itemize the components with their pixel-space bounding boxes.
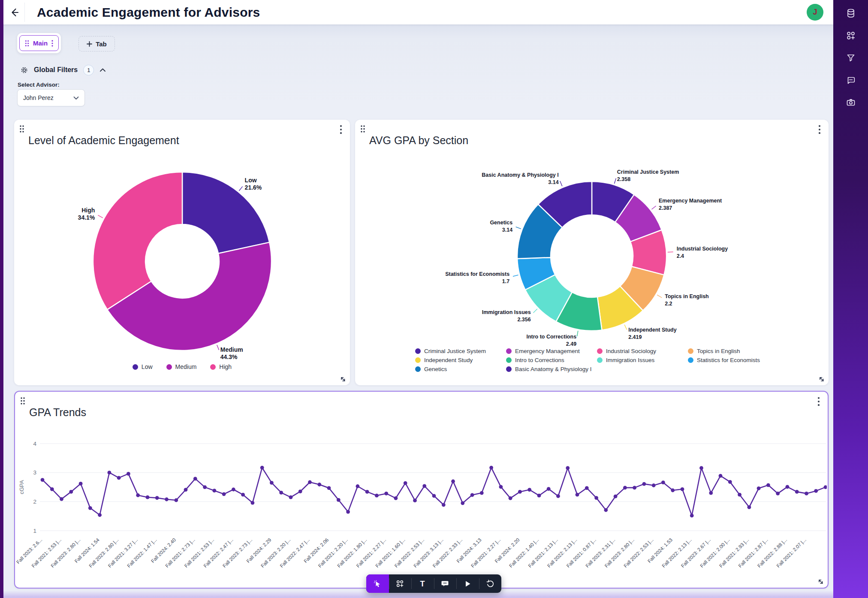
data-point[interactable] (308, 480, 312, 484)
data-point[interactable] (499, 485, 503, 489)
card-drag-handle-icon[interactable] (360, 125, 365, 133)
reset-tool[interactable] (479, 574, 502, 593)
data-point[interactable] (289, 495, 293, 499)
data-point[interactable] (576, 493, 579, 497)
global-filters-header[interactable]: Global Filters 1 (20, 64, 106, 76)
filter-count-badge[interactable]: 1 (83, 65, 94, 76)
data-point[interactable] (174, 498, 178, 502)
data-point[interactable] (432, 494, 436, 498)
data-point[interactable] (251, 501, 255, 505)
data-point[interactable] (604, 508, 608, 512)
data-point[interactable] (690, 514, 694, 518)
data-point[interactable] (719, 474, 723, 478)
comment-tool[interactable] (434, 574, 457, 593)
data-point[interactable] (518, 490, 522, 494)
legend-item-statistics-for-economists[interactable]: Statistics for Economists (688, 357, 779, 363)
data-point[interactable] (346, 510, 350, 514)
legend-item-medium[interactable]: Medium (166, 363, 197, 370)
data-point[interactable] (260, 466, 264, 470)
legend-item-basic-anatomy-physiology-i[interactable]: Basic Anatomy & Physiology I (506, 366, 597, 372)
data-point[interactable] (88, 506, 92, 510)
tab-menu-icon[interactable] (51, 40, 53, 47)
data-point[interactable] (384, 492, 388, 495)
data-point[interactable] (776, 492, 780, 495)
data-point[interactable] (594, 496, 598, 500)
data-point[interactable] (184, 488, 188, 492)
tab-main[interactable]: Main (19, 35, 59, 51)
data-point[interactable] (317, 483, 321, 486)
data-point[interactable] (232, 488, 235, 492)
text-tool[interactable]: T (411, 574, 434, 593)
data-point[interactable] (623, 486, 627, 490)
data-point[interactable] (79, 482, 83, 486)
data-point[interactable] (375, 494, 379, 498)
data-point[interactable] (146, 495, 150, 499)
card-menu-icon[interactable] (815, 397, 823, 406)
data-point[interactable] (814, 489, 818, 493)
resize-handle-icon[interactable] (818, 376, 825, 383)
data-point[interactable] (527, 488, 531, 492)
data-point[interactable] (489, 466, 493, 470)
data-point[interactable] (766, 483, 770, 487)
data-point[interactable] (41, 478, 45, 482)
add-tab-button[interactable]: Tab (78, 36, 115, 51)
data-point[interactable] (155, 496, 159, 500)
data-point[interactable] (404, 481, 407, 485)
data-point[interactable] (422, 484, 426, 488)
collapse-chevron-icon[interactable] (99, 68, 106, 72)
data-point[interactable] (212, 489, 216, 492)
legend-item-industrial-sociology[interactable]: Industrial Sociology (597, 348, 688, 354)
data-point[interactable] (279, 491, 283, 495)
legend-item-low[interactable]: Low (133, 363, 153, 370)
data-point[interactable] (480, 491, 484, 495)
resize-handle-icon[interactable] (340, 376, 347, 383)
add-widget-tool[interactable] (389, 574, 412, 593)
data-point[interactable] (461, 501, 464, 505)
data-point[interactable] (136, 493, 140, 497)
data-point[interactable] (652, 483, 656, 487)
camera-icon[interactable] (846, 97, 856, 108)
data-point[interactable] (98, 513, 102, 517)
data-point[interactable] (585, 486, 589, 490)
data-point[interactable] (356, 484, 360, 488)
back-button[interactable] (8, 6, 21, 19)
play-tool[interactable] (456, 574, 479, 593)
data-point[interactable] (50, 487, 54, 491)
data-point[interactable] (509, 496, 512, 500)
data-point[interactable] (69, 490, 73, 494)
data-point[interactable] (165, 498, 169, 501)
data-point[interactable] (442, 503, 446, 507)
data-point[interactable] (566, 466, 570, 470)
legend-item-immigration-issues[interactable]: Immigration Issues (597, 357, 688, 363)
data-point[interactable] (681, 487, 684, 491)
card-drag-handle-icon[interactable] (19, 125, 24, 133)
data-point[interactable] (728, 480, 732, 484)
data-point[interactable] (127, 472, 130, 476)
user-avatar[interactable]: J (807, 4, 823, 21)
data-point[interactable] (413, 498, 417, 502)
legend-item-independent-study[interactable]: Independent Study (415, 357, 506, 363)
data-point[interactable] (193, 477, 197, 481)
card-menu-icon[interactable] (816, 125, 823, 134)
data-point[interactable] (556, 494, 560, 498)
data-point[interactable] (747, 505, 751, 509)
data-point[interactable] (633, 486, 636, 490)
add-widget-icon[interactable] (846, 30, 856, 41)
global-filters-label[interactable]: Global Filters (34, 66, 78, 74)
data-point[interactable] (699, 466, 703, 470)
data-point[interactable] (671, 489, 675, 492)
legend-item-criminal-justice-system[interactable]: Criminal Justice System (415, 348, 506, 354)
data-point[interactable] (824, 485, 827, 489)
legend-item-high[interactable]: High (210, 363, 232, 370)
data-point[interactable] (786, 485, 790, 489)
legend-item-emergency-management[interactable]: Emergency Management (506, 348, 597, 354)
data-point[interactable] (203, 485, 207, 489)
data-point[interactable] (394, 496, 398, 500)
data-point[interactable] (241, 493, 245, 497)
data-point[interactable] (327, 486, 331, 490)
data-point[interactable] (537, 494, 541, 498)
data-point[interactable] (661, 480, 665, 484)
data-point[interactable] (451, 480, 455, 483)
data-point[interactable] (805, 492, 808, 495)
select-pointer-tool[interactable] (366, 574, 389, 593)
